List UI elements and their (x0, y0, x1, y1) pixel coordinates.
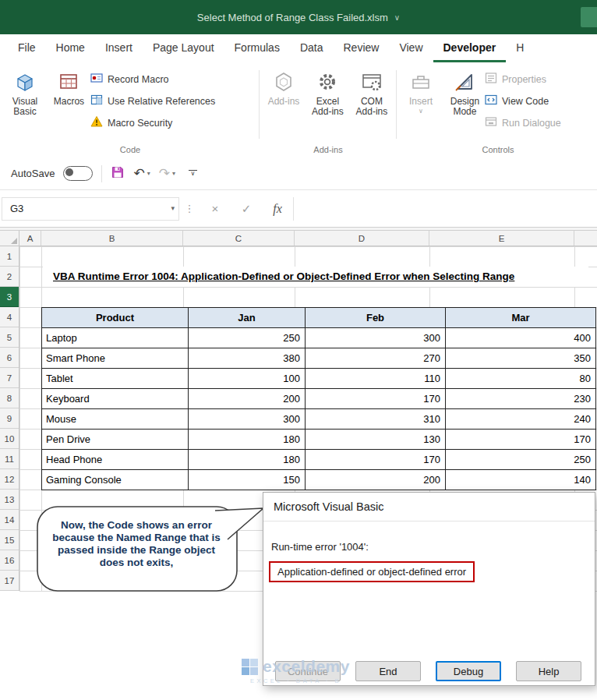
autosave-toggle[interactable] (63, 166, 93, 181)
table-header-product[interactable]: Product (42, 308, 189, 328)
row-header-13[interactable]: 13 (0, 490, 19, 510)
value-cell[interactable]: 100 (189, 369, 306, 389)
formula-input[interactable] (293, 197, 597, 221)
excel-add-ins-button[interactable]: Excel Add-ins (307, 62, 348, 117)
view-code-button[interactable]: View Code (485, 94, 561, 108)
formula-bar-handle-icon[interactable]: ⋮ (179, 203, 200, 214)
value-cell[interactable]: 110 (306, 369, 446, 389)
row-header-9[interactable]: 9 (0, 408, 19, 429)
undo-button[interactable]: ↶ ▾ (133, 167, 150, 180)
value-cell[interactable]: 250 (446, 450, 596, 470)
sheet-title-cell[interactable]: VBA Runtime Error 1004: Application-Defi… (43, 267, 588, 287)
use-relative-references-button[interactable]: Use Relative References (90, 94, 215, 108)
column-header-A[interactable]: A (19, 231, 41, 246)
redo-button[interactable]: ↷ ▾ (159, 167, 175, 180)
value-cell[interactable]: 400 (446, 328, 596, 348)
undo-dropdown-icon[interactable]: ▾ (147, 170, 150, 177)
product-cell[interactable]: Smart Phone (42, 348, 189, 369)
tab-insert[interactable]: Insert (95, 34, 143, 62)
value-cell[interactable]: 80 (446, 369, 596, 389)
com-add-ins-button[interactable]: COM Add-ins (351, 62, 392, 117)
product-cell[interactable]: Pen Drive (42, 430, 189, 450)
value-cell[interactable]: 300 (306, 328, 446, 348)
value-cell[interactable]: 200 (189, 389, 306, 409)
column-header-C[interactable]: C (183, 231, 295, 246)
row-header-14[interactable]: 14 (0, 510, 19, 530)
properties-button[interactable]: Properties (485, 72, 561, 87)
row-header-4[interactable]: 4 (0, 307, 19, 327)
table-header-mar[interactable]: Mar (446, 308, 596, 328)
titlebar-corner-button[interactable] (581, 7, 597, 27)
value-cell[interactable]: 270 (306, 348, 446, 369)
row-header-15[interactable]: 15 (0, 530, 19, 550)
visual-basic-button[interactable]: Visual Basic (5, 62, 45, 117)
value-cell[interactable]: 250 (189, 328, 306, 348)
row-header-16[interactable]: 16 (0, 550, 19, 571)
run-dialogue-button[interactable]: Run Dialogue (485, 115, 561, 130)
help-button[interactable]: Help (516, 661, 581, 681)
enter-check-icon[interactable]: ✓ (231, 202, 262, 216)
value-cell[interactable]: 300 (189, 409, 306, 430)
add-ins-button[interactable]: Add-ins (263, 62, 304, 107)
value-cell[interactable]: 350 (446, 348, 596, 369)
name-box[interactable]: G3 ▾ (2, 197, 179, 221)
row-header-17[interactable]: 17 (0, 571, 19, 591)
value-cell[interactable]: 240 (446, 409, 596, 430)
product-cell[interactable]: Laptop (42, 328, 189, 348)
product-cell[interactable]: Tablet (42, 369, 189, 389)
tab-developer[interactable]: Developer (433, 34, 507, 62)
debug-button[interactable]: Debug (436, 661, 501, 681)
row-header-8[interactable]: 8 (0, 388, 19, 408)
table-header-feb[interactable]: Feb (306, 308, 446, 328)
column-header-B[interactable]: B (41, 231, 183, 246)
row-header-2[interactable]: 2 (0, 267, 19, 287)
value-cell[interactable]: 310 (306, 409, 446, 430)
row-header-10[interactable]: 10 (0, 429, 19, 449)
insert-function-icon[interactable]: fx (262, 202, 293, 216)
value-cell[interactable]: 170 (306, 450, 446, 470)
end-button[interactable]: End (355, 661, 421, 681)
tab-formulas[interactable]: Formulas (224, 34, 290, 62)
tab-file[interactable]: File (8, 34, 46, 62)
row-header-11[interactable]: 11 (0, 449, 19, 469)
product-cell[interactable]: Gaming Console (42, 470, 189, 490)
name-box-dropdown-icon[interactable]: ▾ (171, 204, 175, 212)
value-cell[interactable]: 140 (446, 470, 596, 490)
value-cell[interactable]: 130 (306, 430, 446, 450)
select-all-corner[interactable] (0, 231, 19, 246)
customize-qat-button[interactable]: ∨ (189, 170, 197, 177)
row-header-3[interactable]: 3 (0, 287, 19, 307)
value-cell[interactable]: 170 (306, 389, 446, 409)
record-macro-button[interactable]: Record Macro (90, 72, 215, 87)
macros-button[interactable]: Macros (48, 62, 89, 107)
row-header-6[interactable]: 6 (0, 348, 19, 368)
value-cell[interactable]: 230 (446, 389, 596, 409)
cancel-icon[interactable]: × (200, 202, 231, 215)
title-chevron-icon[interactable]: ∨ (394, 13, 400, 22)
design-mode-button[interactable]: Design Mode (444, 62, 485, 117)
macro-security-button[interactable]: Macro Security (90, 115, 215, 130)
table-header-jan[interactable]: Jan (189, 308, 306, 328)
tab-h[interactable]: H (506, 34, 534, 62)
value-cell[interactable]: 150 (189, 470, 306, 490)
product-cell[interactable]: Keyboard (42, 389, 189, 409)
row-header-12[interactable]: 12 (0, 469, 19, 490)
value-cell[interactable]: 380 (189, 348, 306, 369)
save-button[interactable] (111, 165, 125, 182)
row-header-5[interactable]: 5 (0, 327, 19, 348)
tab-data[interactable]: Data (290, 34, 334, 62)
column-header-E[interactable]: E (429, 231, 574, 246)
insert-control-button[interactable]: Insert ∨ (401, 62, 441, 115)
value-cell[interactable]: 170 (446, 430, 596, 450)
row-header-7[interactable]: 7 (0, 368, 19, 388)
value-cell[interactable]: 180 (189, 450, 306, 470)
tab-review[interactable]: Review (334, 34, 390, 62)
continue-button[interactable]: Continue (275, 661, 341, 681)
row-header-1[interactable]: 1 (0, 246, 19, 267)
product-cell[interactable]: Mouse (42, 409, 189, 430)
tab-view[interactable]: View (389, 34, 433, 62)
product-cell[interactable]: Head Phone (42, 450, 189, 470)
column-header-D[interactable]: D (295, 231, 429, 246)
redo-dropdown-icon[interactable]: ▾ (172, 170, 175, 177)
tab-page-layout[interactable]: Page Layout (143, 34, 224, 62)
